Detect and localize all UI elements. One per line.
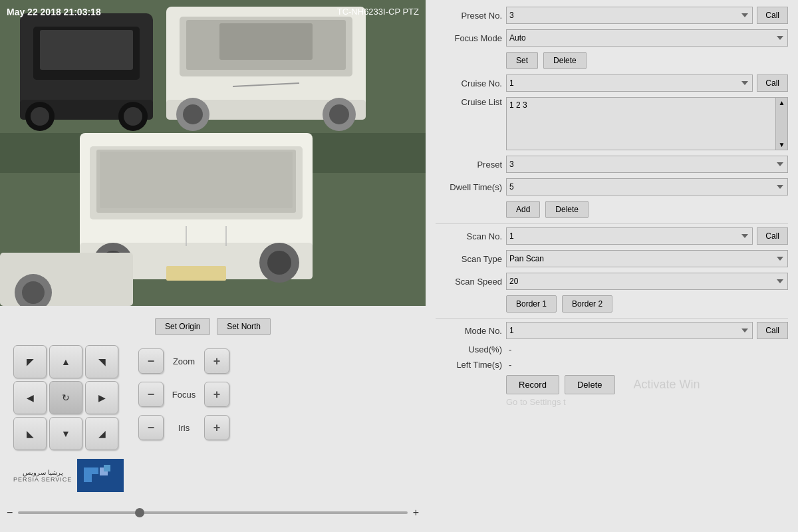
- svg-rect-4: [40, 30, 133, 70]
- preset-row: Preset 3: [436, 156, 788, 173]
- camera-feed: May 22 2018 21:03:18 TC-NH6233I-CP PTZ: [0, 0, 426, 306]
- svg-point-8: [31, 107, 49, 126]
- scan-speed-select[interactable]: 20: [506, 273, 788, 290]
- scan-no-call-button[interactable]: Call: [757, 227, 788, 245]
- used-percent-row: Used(%) -: [436, 344, 788, 354]
- iris-row: − Iris +: [138, 415, 229, 440]
- delete-button-2[interactable]: Delete: [545, 201, 589, 218]
- controls-row: ◤ ▲ ◥ ◀ ↻ ▶ ◣ ▼ ◢ − Zoom + − Focus: [13, 345, 412, 450]
- ptz-pad: ◤ ▲ ◥ ◀ ↻ ▶ ◣ ▼ ◢: [13, 345, 118, 450]
- cruise-no-label: Cruise No.: [436, 78, 502, 88]
- set-origin-button[interactable]: Set Origin: [155, 318, 210, 335]
- preset-no-call-button[interactable]: Call: [757, 7, 788, 24]
- scroll-up-icon[interactable]: ▲: [779, 98, 785, 106]
- watermark-sub-row: Go to Settings t: [436, 397, 788, 407]
- ptz-center-button[interactable]: ↻: [49, 381, 82, 414]
- left-time-value: -: [509, 360, 511, 370]
- cruise-no-call-button[interactable]: Call: [757, 74, 788, 92]
- svg-rect-29: [166, 266, 226, 281]
- left-time-row: Left Time(s) -: [436, 360, 788, 370]
- slider-plus-button[interactable]: +: [413, 507, 419, 519]
- set-delete-buttons: Set Delete: [436, 52, 788, 69]
- used-percent-value: -: [509, 344, 511, 354]
- logo-name: PERSIA SERVICE: [13, 476, 72, 483]
- preset-label: Preset: [436, 160, 502, 170]
- focus-mode-select[interactable]: Auto: [506, 29, 788, 47]
- scan-no-select[interactable]: 1: [506, 227, 753, 245]
- dwell-time-select[interactable]: 5: [506, 178, 788, 196]
- zfi-controls: − Zoom + − Focus + − Iris +: [138, 348, 229, 440]
- add-button[interactable]: Add: [506, 201, 540, 218]
- dwell-time-row: Dwell Time(s) 5: [436, 178, 788, 196]
- scan-type-label: Scan Type: [436, 254, 502, 264]
- ptz-down-button[interactable]: ▼: [49, 417, 82, 450]
- divider-1: [436, 223, 788, 224]
- record-button[interactable]: Record: [506, 375, 559, 394]
- scan-type-row: Scan Type Pan Scan: [436, 250, 788, 267]
- ptz-down-right-button[interactable]: ◢: [85, 417, 118, 450]
- border2-button[interactable]: Border 2: [562, 295, 612, 313]
- svg-point-34: [22, 281, 45, 304]
- used-percent-label: Used(%): [436, 344, 502, 354]
- zoom-label: Zoom: [169, 356, 199, 366]
- delete-button-3[interactable]: Delete: [565, 375, 615, 394]
- cruise-list-label: Cruise List: [436, 97, 502, 107]
- iris-plus-button[interactable]: +: [204, 415, 229, 440]
- right-panel: Preset No. 3 Call Focus Mode Auto Set De…: [426, 0, 798, 532]
- slider-row: − +: [7, 507, 419, 519]
- preset-no-row: Preset No. 3 Call: [436, 7, 788, 24]
- record-row: Record Delete Activate Win: [436, 375, 788, 394]
- focus-mode-label: Focus Mode: [436, 33, 502, 43]
- watermark-text: Activate Win: [634, 378, 700, 392]
- preset-no-select[interactable]: 3: [506, 7, 753, 24]
- logo-persian: پرشیا سرویس: [13, 469, 72, 476]
- mode-no-select[interactable]: 1: [506, 322, 753, 339]
- scan-no-label: Scan No.: [436, 231, 502, 241]
- border1-button[interactable]: Border 1: [506, 295, 557, 313]
- cruise-no-select[interactable]: 1: [506, 74, 753, 92]
- zoom-row: − Zoom +: [138, 348, 229, 374]
- logo-icon: [77, 459, 124, 492]
- camera-timestamp: May 22 2018 21:03:18: [7, 7, 101, 17]
- zoom-minus-button[interactable]: −: [138, 348, 164, 374]
- slider-track[interactable]: [18, 511, 407, 514]
- cruise-list-row: Cruise List 1 2 3 ▲ ▼: [436, 97, 788, 150]
- divider-2: [436, 318, 788, 319]
- svg-point-9: [124, 107, 142, 126]
- slider-minus-button[interactable]: −: [7, 507, 13, 519]
- svg-rect-38: [104, 465, 110, 471]
- mode-no-call-button[interactable]: Call: [757, 322, 788, 339]
- camera-model: TC-NH6233I-CP PTZ: [337, 7, 419, 17]
- watermark-sub: Go to Settings t: [506, 397, 566, 407]
- logo-area: پرشیا سرویس PERSIA SERVICE: [13, 459, 124, 492]
- preset-select[interactable]: 3: [506, 156, 788, 173]
- focus-label: Focus: [169, 390, 199, 400]
- set-button[interactable]: Set: [506, 52, 538, 69]
- ptz-down-left-button[interactable]: ◣: [13, 417, 47, 450]
- ptz-left-button[interactable]: ◀: [13, 381, 47, 414]
- zoom-plus-button[interactable]: +: [204, 348, 229, 374]
- mode-no-label: Mode No.: [436, 326, 502, 336]
- set-north-button[interactable]: Set North: [217, 318, 271, 335]
- bottom-controls: Set Origin Set North ◤ ▲ ◥ ◀ ↻ ▶ ◣ ▼ ◢ −…: [0, 306, 426, 532]
- ptz-up-left-button[interactable]: ◤: [13, 345, 47, 378]
- slider-thumb[interactable]: [135, 508, 144, 517]
- border-buttons: Border 1 Border 2: [436, 295, 788, 313]
- focus-row: − Focus +: [138, 382, 229, 407]
- scan-no-row: Scan No. 1 Call: [436, 227, 788, 245]
- delete-button-1[interactable]: Delete: [543, 52, 587, 69]
- cruise-no-row: Cruise No. 1 Call: [436, 74, 788, 92]
- ptz-up-right-button[interactable]: ◥: [85, 345, 118, 378]
- ptz-right-button[interactable]: ▶: [85, 381, 118, 414]
- focus-minus-button[interactable]: −: [138, 382, 164, 407]
- scan-type-select[interactable]: Pan Scan: [506, 250, 788, 267]
- ptz-up-button[interactable]: ▲: [49, 345, 82, 378]
- svg-rect-23: [100, 152, 293, 208]
- iris-minus-button[interactable]: −: [138, 415, 164, 440]
- mode-no-row: Mode No. 1 Call: [436, 322, 788, 339]
- preset-no-label: Preset No.: [436, 11, 502, 21]
- svg-rect-18: [219, 23, 313, 60]
- focus-plus-button[interactable]: +: [204, 382, 229, 407]
- add-delete-buttons: Add Delete: [436, 201, 788, 218]
- scroll-down-icon[interactable]: ▼: [779, 141, 785, 150]
